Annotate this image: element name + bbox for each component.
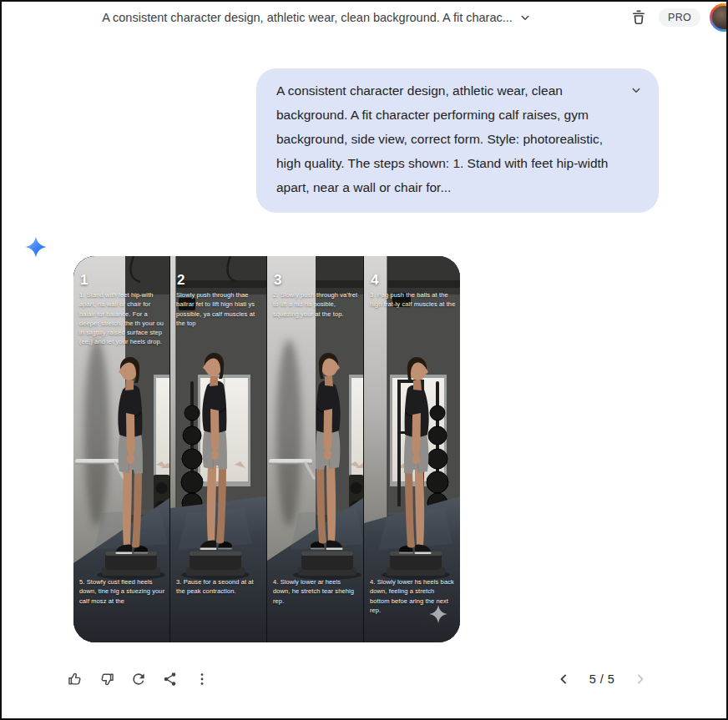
panel-bottom-caption: 5. Stowfy cust fieed heels down, tine hi…	[79, 577, 165, 606]
panel-number: 4	[371, 272, 378, 289]
panel-top-caption: 3. Pag push the balls at the high trat-l…	[370, 290, 456, 310]
conversation-header: A consistent character design, athletic …	[2, 2, 726, 33]
user-message-text: A consistent character design, athletic …	[276, 78, 610, 199]
regenerate-button[interactable]	[125, 666, 152, 692]
delete-icon	[629, 8, 648, 27]
gemini-conversation-page: A consistent character design, athletic …	[0, 0, 728, 720]
previous-image-button[interactable]	[553, 668, 574, 690]
share-icon	[162, 671, 179, 687]
gemini-watermark-icon	[428, 604, 448, 624]
collapse-message-button[interactable]	[627, 81, 645, 99]
image-panel-3: 32. Slowly push through va'fret to lift …	[267, 256, 363, 642]
panel-bottom-caption: 3. Pause for a seoond at at the peak con…	[176, 577, 262, 597]
title-chevron-down-icon[interactable]	[516, 8, 534, 27]
account-avatar[interactable]	[710, 3, 728, 32]
panel-top-caption: 1. Stand with feet hip-with apart, na wa…	[79, 290, 165, 347]
panel-top-caption: Slowly push through thae ballrar fet to …	[176, 290, 262, 328]
panel-top-caption: 2. Slowly push through va'fret to lift a…	[273, 290, 359, 319]
image-panel-4: 43. Pag push the balls at the high trat-…	[364, 256, 460, 642]
refresh-icon	[130, 671, 147, 687]
pro-badge: PRO	[659, 8, 700, 27]
image-panel-1: 11. Stand with feet hip-with apart, na w…	[73, 256, 169, 642]
panel-bottom-caption: 4. Slowly lower ar heels down, he stretc…	[273, 577, 359, 606]
panel-number: 1	[80, 272, 88, 289]
more-vert-icon	[194, 671, 210, 687]
image-panels: 11. Stand with feet hip-with apart, na w…	[73, 256, 460, 642]
image-panel-2: 2Slowly push through thae ballrar fet to…	[170, 256, 266, 642]
response-toolbar	[62, 666, 215, 692]
thumb-up-button[interactable]	[62, 666, 88, 692]
image-pagination: 5 / 5	[553, 666, 651, 692]
share-button[interactable]	[157, 666, 184, 692]
thumb-up-icon	[67, 671, 83, 687]
user-message-bubble: A consistent character design, athletic …	[256, 68, 659, 213]
more-options-button[interactable]	[189, 666, 215, 692]
delete-conversation-button[interactable]	[628, 7, 650, 28]
next-image-button[interactable]	[629, 668, 651, 690]
gemini-sparkle-icon	[25, 236, 47, 258]
conversation-title: A consistent character design, athletic …	[102, 11, 513, 24]
pagination-label: 5 / 5	[585, 672, 619, 686]
panel-number: 2	[177, 272, 185, 289]
panel-number: 3	[274, 272, 281, 289]
thumb-down-icon	[99, 671, 115, 687]
generated-image[interactable]: 11. Stand with feet hip-with apart, na w…	[73, 256, 460, 642]
thumb-down-button[interactable]	[94, 666, 120, 692]
